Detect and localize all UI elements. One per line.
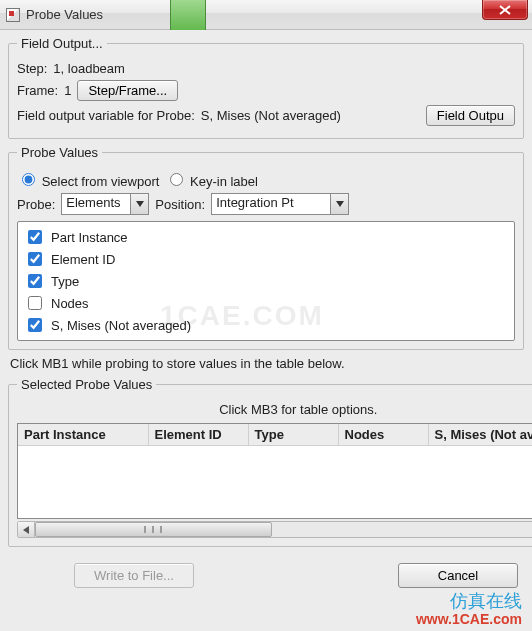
field-output-group: Field Output... Step: 1, loadbeam Frame:… (8, 36, 524, 139)
frame-value: 1 (64, 83, 71, 98)
window-title: Probe Values (26, 7, 103, 22)
title-accent (170, 0, 206, 30)
check-item[interactable]: Type (24, 270, 508, 292)
radio-keyin-input[interactable] (170, 173, 183, 186)
check-item[interactable]: Part Instance (24, 226, 508, 248)
scroll-thumb[interactable] (35, 522, 272, 537)
radio-keyin-label-option[interactable]: Key-in label (165, 170, 258, 189)
horizontal-scrollbar[interactable] (17, 521, 532, 538)
check-item[interactable]: S, Mises (Not averaged) (24, 314, 508, 336)
results-table[interactable]: Part Instance Element ID Type Nodes S, M… (17, 423, 532, 519)
position-select[interactable]: Integration Pt (211, 193, 349, 215)
probe-select-value: Elements (61, 193, 131, 215)
check-label: Nodes (51, 296, 89, 311)
check-label: Element ID (51, 252, 115, 267)
probe-checklist: Part Instance Element ID Type Nodes S, M… (17, 221, 515, 341)
close-icon (499, 5, 511, 15)
check-s-mises[interactable] (28, 318, 42, 332)
check-label: Part Instance (51, 230, 128, 245)
probe-select[interactable]: Elements (61, 193, 149, 215)
chevron-down-icon (331, 193, 349, 215)
write-to-file-button[interactable]: Write to File... (74, 563, 194, 588)
check-item[interactable]: Element ID (24, 248, 508, 270)
chevron-left-icon (23, 526, 29, 534)
col-part-instance[interactable]: Part Instance (18, 424, 148, 446)
check-type[interactable] (28, 274, 42, 288)
cancel-button[interactable]: Cancel (398, 563, 518, 588)
scroll-track[interactable] (35, 522, 532, 537)
svg-marker-3 (336, 201, 344, 207)
check-element-id[interactable] (28, 252, 42, 266)
svg-marker-2 (136, 201, 144, 207)
step-value: 1, loadbeam (53, 61, 125, 76)
field-output-legend: Field Output... (17, 36, 107, 51)
variable-value: S, Mises (Not averaged) (201, 108, 341, 123)
check-item[interactable]: Nodes (24, 292, 508, 314)
col-element-id[interactable]: Element ID (148, 424, 248, 446)
check-part-instance[interactable] (28, 230, 42, 244)
radio-keyin-label: Key-in label (190, 174, 258, 189)
radio-select-viewport-label: Select from viewport (42, 174, 160, 189)
radio-select-viewport-input[interactable] (22, 173, 35, 186)
check-label: S, Mises (Not averaged) (51, 318, 191, 333)
check-label: Type (51, 274, 79, 289)
step-label: Step: (17, 61, 47, 76)
watermark-footer: 仿真在线 www.1CAE.com (416, 592, 522, 627)
watermark-brand: 仿真在线 (416, 592, 522, 612)
position-select-value: Integration Pt (211, 193, 331, 215)
probe-values-group: Probe Values Select from viewport Key-in… (8, 145, 524, 350)
table-caption: Click MB3 for table options. (17, 402, 532, 417)
chevron-down-icon (131, 193, 149, 215)
svg-marker-4 (23, 526, 29, 534)
close-button[interactable] (482, 0, 528, 20)
probe-values-legend: Probe Values (17, 145, 102, 160)
col-type[interactable]: Type (248, 424, 338, 446)
selected-values-legend: Selected Probe Values (17, 377, 156, 392)
probe-hint: Click MB1 while probing to store values … (10, 356, 522, 371)
probe-label: Probe: (17, 197, 55, 212)
watermark-url: www.1CAE.com (416, 612, 522, 627)
variable-label: Field output variable for Probe: (17, 108, 195, 123)
col-nodes[interactable]: Nodes (338, 424, 428, 446)
scroll-left-button[interactable] (18, 522, 35, 537)
selected-values-group: Selected Probe Values Click MB3 for tabl… (8, 377, 532, 547)
step-frame-button[interactable]: Step/Frame... (77, 80, 178, 101)
frame-label: Frame: (17, 83, 58, 98)
radio-select-viewport[interactable]: Select from viewport (17, 170, 159, 189)
field-output-button[interactable]: Field Outpu (426, 105, 515, 126)
table-header-row: Part Instance Element ID Type Nodes S, M… (18, 424, 532, 446)
title-bar: Probe Values (0, 0, 532, 30)
check-nodes[interactable] (28, 296, 42, 310)
dialog-buttons: Write to File... Cancel (0, 553, 532, 592)
position-label: Position: (155, 197, 205, 212)
app-icon (6, 8, 20, 22)
col-s-mises[interactable]: S, Mises (Not ave (428, 424, 532, 446)
